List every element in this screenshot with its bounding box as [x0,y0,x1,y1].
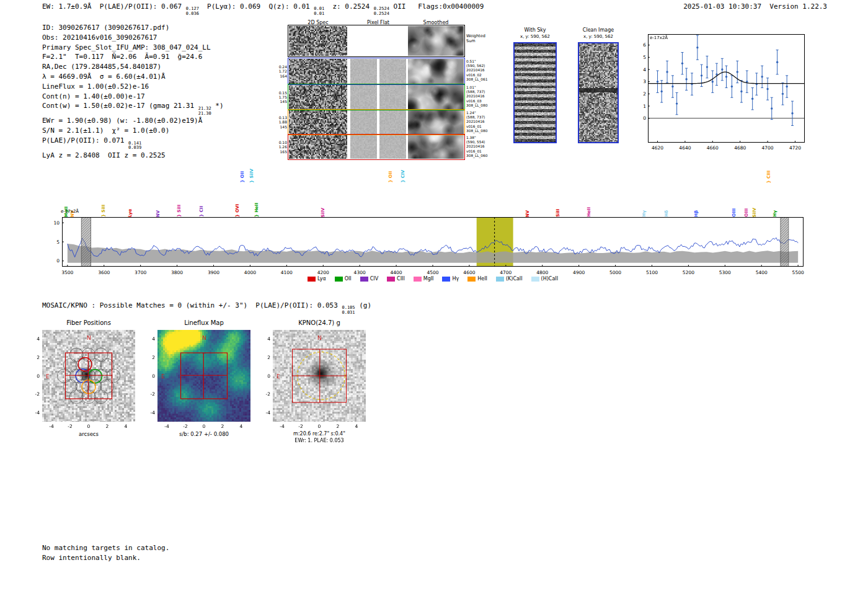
tick-label: 4 [26,336,40,342]
tick-label: 2 [634,91,646,97]
tick-label: 4640 [676,145,694,151]
legend-label: CIV [370,276,378,282]
spec2d-row-scale-labels: 0.151.75145 [273,91,287,104]
legend-swatch [467,277,476,282]
spectral-line-marker: } OVI [235,204,240,217]
tick-label: 4 [634,67,646,73]
spectral-line-marker: } CIV [401,170,405,183]
spectrum-legend: LyαOIICIVCIIIMgIIHγHeII(K)CaII(H)CaII [62,276,804,282]
text-segment: OII Flags:0x00400009 [389,2,484,11]
spectral-line-marker: } SiII [177,205,182,217]
cutout-xlabel: s/b: 0.27 +/- 0.080 [157,431,250,437]
footer-line: No matching targets in catalog. [42,543,169,553]
tick-label: 0 [257,373,270,379]
text-segment: Obs: 20210416v016_3090267617 [42,33,157,42]
spec2d-cell-image [350,85,406,109]
text-segment: z: 0.2524 [324,2,373,11]
tick-label: -2 [257,391,270,397]
tick-label: 5200 [678,270,699,275]
tick-label: 2 [257,355,270,360]
spec2d-cell-image [350,59,406,84]
text-segment: EWr = 1.90(±0.98) (w: -1.80(±0.02)e19)Å [42,117,202,125]
tick-label: 0 [82,424,95,429]
tick-label: -2 [141,391,155,397]
uncertainty-stack: 0.010.01 [314,7,324,17]
detection-info: ID: 3090267617 (3090267617.pdf)Obs: 2021… [42,23,224,161]
spec2d-row-annotations: 1.24"(588, 737)20210416v016_01308_LL_080 [466,111,497,133]
spectral-line-marker: SiII [556,209,560,217]
tick-label: 4400 [386,270,407,275]
elixer-detection-report: EW: 1.7±0.9Å P(LAE)/P(OII): 0.067 0.1270… [0,0,868,591]
tick-label: 5500 [787,270,808,275]
text-segment: S/N = 2.1(±1.1) χ² = 1.0(±0.0) [42,127,169,135]
legend-swatch [531,277,539,282]
text-segment: *) [211,102,224,110]
line-fit-plot: e-17x2Å 4620464046604680470047200123456 [639,25,818,155]
spectral-line-marker: Hβ [694,210,699,217]
cutout-xlabel: arcsecs [42,431,135,437]
spec2d-cell-image [350,26,406,56]
text-segment: Cont(n) = 1.40(±0.00)e-17 [42,92,145,100]
legend-item: HeII [467,276,487,282]
spectrum-units-label: e-17x2Å [61,209,79,214]
spec2d-cell-image [408,110,464,134]
legend-item: CIV [360,276,378,282]
tick-label: 4300 [349,270,370,275]
spec2d-cell-image [289,85,347,109]
spectral-line-marker: SiIV [752,208,757,217]
tick-label: 10 [43,220,60,226]
tick-label: 3600 [94,270,115,275]
spec2d-cell-image [289,110,347,134]
info-line: λ = 4669.09Å σ = 6.60(±4.01)Å [42,72,224,82]
fiber-positions-image [42,330,135,422]
spec2d-row-annotations: 0.51"(590, 562)20210416v016_02308_LL_061 [466,60,497,82]
legend-swatch [442,277,450,282]
legend-item: MgII [414,276,434,282]
legend-label: Hγ [452,276,459,282]
info-line: Obs: 20210416v016_3090267617 [42,33,224,43]
legend-item: (H)CaII [531,276,558,282]
legend-swatch [496,277,504,282]
legend-swatch [387,277,395,282]
spec2d-row-scale-labels: 0.241.72164 [273,64,287,78]
legend-label: CIII [397,276,405,282]
spec2d-row-scale-labels: 0.101.26165 [273,140,287,154]
spectral-line-marker: } OII [240,171,245,183]
info-line: Cont(w) = 1.50(±0.02)e-17 (gmag 21.31 21… [42,101,224,116]
tick-label: 4700 [495,270,516,275]
lineflux-map-image [157,330,250,422]
kpno-image [273,330,366,422]
tick-label: 3800 [167,270,188,275]
uncertainty-stack: 21.3221.30 [198,107,211,117]
spec2d-cell-image [289,26,347,56]
tick-label: 4620 [649,145,666,151]
tick-label: 4680 [732,145,749,151]
tick-label: 4000 [239,270,260,275]
spec2d-row-annotations: 1.38"(590, 554)20210416v016_01308_LL_060 [466,136,497,158]
tick-label: 4 [257,336,270,342]
spectrum-image [62,217,804,267]
tick-label: 4700 [759,145,776,151]
text-segment: P(LAE)/P(OII): 0.071 [42,136,128,144]
tick-label: 5400 [751,270,772,275]
tick-label: 1 [634,104,646,109]
spec2d-cell-image [350,110,406,134]
tick-label: 3 [634,79,646,84]
uncertainty-stack: 0.1270.036 [186,7,199,17]
kpno-cutout-panel: KPNO(24.7) g m:20.6 re:2.7" s:0.4" EWr: … [255,318,386,448]
tick-label: 4660 [704,145,721,151]
tick-label: 0 [198,424,210,429]
tick-label: 5000 [605,270,626,275]
tick-label: 2 [332,424,344,429]
spectral-line-marker: NV [156,210,161,217]
spectral-line-marker: Hγ [773,210,777,217]
spectral-line-marker: SiIV [321,208,326,217]
tick-label: -4 [257,410,270,415]
tick-label: 2 [216,424,229,429]
legend-label: HeII [477,276,487,282]
info-line: RA,Dec (179.284485,54.840187) [42,62,224,72]
legend-swatch [360,277,368,282]
spec2d-cell-image [350,135,406,159]
tick-label: 3900 [203,270,224,275]
clean-image [578,42,619,143]
